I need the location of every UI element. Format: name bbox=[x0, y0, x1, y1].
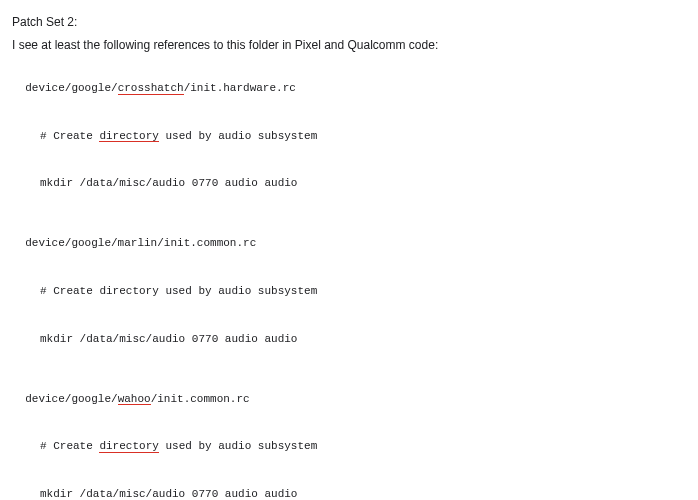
code-line: device/google/marlin/init.common.rc bbox=[25, 237, 256, 249]
text: # Create bbox=[40, 130, 99, 142]
intro-text: I see at least the following references … bbox=[12, 37, 686, 54]
spellcheck-underline: crosshatch bbox=[118, 84, 184, 95]
code-line: mkdir /data/misc/audio 0770 audio audio bbox=[12, 176, 686, 192]
text: used by audio subsystem bbox=[159, 440, 317, 452]
code-line: mkdir /data/misc/audio 0770 audio audio bbox=[12, 332, 686, 348]
code-block-wahoo: device/google/wahoo/init.common.rc # Cre… bbox=[12, 376, 686, 500]
code-line: # Create directory used by audio subsyst… bbox=[12, 129, 686, 145]
path-prefix: device/google/ bbox=[25, 393, 117, 405]
text: # Create bbox=[40, 440, 99, 452]
code-block-crosshatch: device/google/crosshatch/init.hardware.r… bbox=[12, 65, 686, 208]
spellcheck-underline: directory bbox=[99, 442, 158, 453]
code-line: mkdir /data/misc/audio 0770 audio audio bbox=[12, 487, 686, 500]
code-block-marlin-init: device/google/marlin/init.common.rc # Cr… bbox=[12, 220, 686, 363]
spellcheck-underline: directory bbox=[99, 132, 158, 143]
text: used by audio subsystem bbox=[159, 130, 317, 142]
code-line: # Create directory used by audio subsyst… bbox=[12, 284, 686, 300]
patch-set-heading: Patch Set 2: bbox=[12, 14, 686, 31]
path-suffix: /init.common.rc bbox=[151, 393, 250, 405]
spellcheck-underline: wahoo bbox=[118, 395, 151, 406]
code-line: # Create directory used by audio subsyst… bbox=[12, 439, 686, 455]
code-line: device/google/wahoo/init.common.rc bbox=[25, 393, 249, 405]
code-line: device/google/crosshatch/init.hardware.r… bbox=[25, 82, 296, 94]
path-prefix: device/google/ bbox=[25, 82, 117, 94]
path-suffix: /init.hardware.rc bbox=[184, 82, 296, 94]
